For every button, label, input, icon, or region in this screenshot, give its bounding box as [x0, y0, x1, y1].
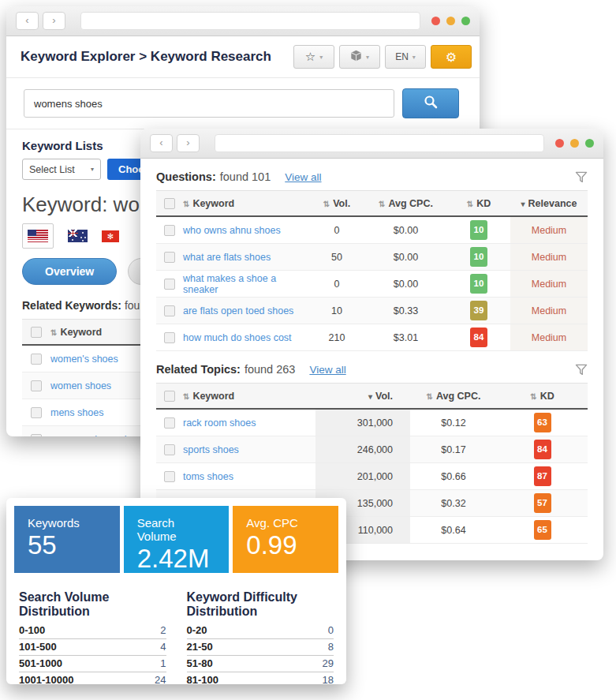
select-all-checkbox[interactable]: [164, 391, 175, 402]
keyword-link[interactable]: mens shoes: [50, 407, 103, 418]
column-header-volume[interactable]: ⇅Vol.: [309, 198, 364, 209]
relevance-value: Medium: [510, 298, 588, 324]
row-checkbox[interactable]: [164, 305, 175, 316]
keyword-link[interactable]: who owns ahnu shoes: [183, 225, 281, 236]
row-checkbox[interactable]: [164, 225, 175, 236]
star-icon: ☆: [305, 50, 315, 64]
column-header-keyword[interactable]: ⇅Keyword: [183, 391, 315, 402]
select-all-checkbox[interactable]: [164, 198, 175, 209]
list-item: 501-1000 1: [19, 656, 166, 672]
keyword-link[interactable]: women shoes: [50, 380, 111, 391]
row-checkbox[interactable]: [31, 434, 42, 437]
page-title: Keyword Explorer > Keyword Research: [21, 49, 271, 65]
language-dropdown-button[interactable]: EN ▾: [385, 45, 426, 69]
volume-value: 210: [309, 332, 364, 343]
kd-badge: 57: [534, 493, 551, 513]
maximize-window-icon[interactable]: [585, 139, 594, 148]
questions-section-header: Questions: found 101 View all: [140, 159, 603, 183]
keywords-stat-card: Keywords 55: [14, 506, 120, 573]
cube-icon: [350, 50, 362, 64]
relevance-value: Medium: [510, 324, 588, 350]
back-button[interactable]: ‹: [150, 134, 173, 152]
australia-flag-icon[interactable]: [68, 230, 88, 242]
view-all-link[interactable]: View all: [285, 171, 321, 183]
volume-value: 50: [309, 252, 364, 263]
distribution-title: Search Volume Distribution: [19, 590, 166, 619]
minimize-window-icon[interactable]: [446, 17, 455, 25]
apps-dropdown-button[interactable]: ▾: [339, 45, 380, 69]
volume-value: 0: [309, 225, 364, 236]
kd-badge: 39: [470, 301, 487, 320]
gear-icon: ⚙: [446, 50, 457, 65]
row-checkbox[interactable]: [164, 471, 175, 482]
cpc-value: $3.01: [364, 332, 447, 343]
column-header-volume[interactable]: ▾Vol.: [315, 391, 410, 402]
keyword-search-input[interactable]: [24, 89, 394, 118]
row-checkbox[interactable]: [164, 252, 175, 263]
settings-button[interactable]: ⚙: [431, 45, 472, 69]
flag-us-selected[interactable]: [22, 223, 54, 249]
list-item: 51-80 29: [187, 656, 334, 672]
column-header-keyword[interactable]: ⇅Keyword: [183, 198, 309, 209]
close-window-icon[interactable]: [431, 17, 440, 25]
keyword-link[interactable]: womens shoes uk: [50, 434, 129, 437]
select-all-checkbox[interactable]: [31, 327, 42, 338]
filter-icon[interactable]: [575, 171, 588, 183]
close-window-icon[interactable]: [555, 139, 564, 148]
kd-badge: 84: [534, 440, 551, 459]
related-topics-section-header: Related Topics: found 263 View all: [140, 351, 603, 376]
tab-overview[interactable]: Overview: [22, 258, 117, 285]
select-list-dropdown[interactable]: Select List ▾: [22, 159, 101, 180]
view-all-link[interactable]: View all: [309, 364, 345, 376]
column-header-kd[interactable]: ⇅KD: [497, 391, 588, 402]
keyword-link[interactable]: how much do shoes cost: [183, 332, 292, 343]
row-checkbox[interactable]: [164, 332, 175, 343]
row-checkbox[interactable]: [164, 417, 175, 429]
url-bar[interactable]: [80, 12, 420, 30]
forward-button[interactable]: ›: [43, 12, 65, 30]
keyword-link[interactable]: rack room shoes: [183, 417, 256, 429]
relevance-value: Medium: [510, 217, 588, 243]
table-row: toms shoes 201,000 $0.66 87: [156, 463, 588, 490]
minimize-window-icon[interactable]: [570, 139, 579, 148]
cpc-value: $0.17: [410, 444, 497, 455]
table-row: how much do shoes cost 210 $3.01 84 Medi…: [156, 324, 588, 351]
relevance-value: Medium: [510, 244, 588, 270]
table-row: what makes a shoe a sneaker 0 $0.00 10 M…: [156, 271, 588, 298]
back-button[interactable]: ‹: [16, 12, 39, 30]
keyword-link[interactable]: women's shoes: [50, 354, 118, 365]
row-checkbox[interactable]: [164, 279, 175, 290]
kd-badge: 84: [470, 328, 487, 347]
search-icon: [423, 94, 439, 113]
url-bar[interactable]: [215, 134, 544, 152]
keyword-link[interactable]: sports shoes: [183, 444, 239, 455]
keyword-results-window: ‹ › Questions: found 101 View all ⇅Keywo…: [140, 129, 603, 560]
column-header-relevance[interactable]: ▾Relevance: [510, 198, 588, 209]
maximize-window-icon[interactable]: [461, 17, 470, 25]
keyword-link[interactable]: what are flats shoes: [183, 252, 271, 263]
column-header-cpc[interactable]: ⇅Avg CPC.: [364, 198, 447, 209]
keyword-link[interactable]: what makes a shoe a sneaker: [183, 273, 276, 295]
filter-icon[interactable]: [575, 364, 588, 376]
keyword-link[interactable]: are flats open toed shoes: [183, 305, 293, 316]
row-checkbox[interactable]: [164, 444, 175, 455]
stat-value: 55: [28, 532, 106, 558]
favorites-dropdown-button[interactable]: ☆ ▾: [293, 45, 334, 69]
hong-kong-flag-icon[interactable]: ✻: [102, 230, 119, 242]
column-header-kd[interactable]: ⇅KD: [447, 198, 510, 209]
search-button[interactable]: [402, 88, 459, 118]
row-checkbox[interactable]: [31, 354, 42, 365]
row-checkbox[interactable]: [31, 407, 42, 418]
chevron-down-icon: ▾: [366, 54, 369, 61]
cpc-value: $0.00: [364, 225, 447, 236]
row-checkbox[interactable]: [31, 380, 42, 391]
stat-value: 0.99: [246, 532, 325, 558]
kd-badge: 10: [470, 220, 487, 240]
chevron-down-icon: ▾: [91, 166, 94, 173]
keyword-link[interactable]: toms shoes: [183, 471, 233, 482]
search-volume-distribution: Search Volume Distribution 0-100 2 101-5…: [19, 582, 166, 684]
forward-button[interactable]: ›: [177, 134, 200, 152]
cpc-value: $0.00: [364, 279, 447, 290]
language-label: EN: [395, 51, 409, 62]
column-header-cpc[interactable]: ⇅Avg CPC.: [410, 391, 497, 402]
